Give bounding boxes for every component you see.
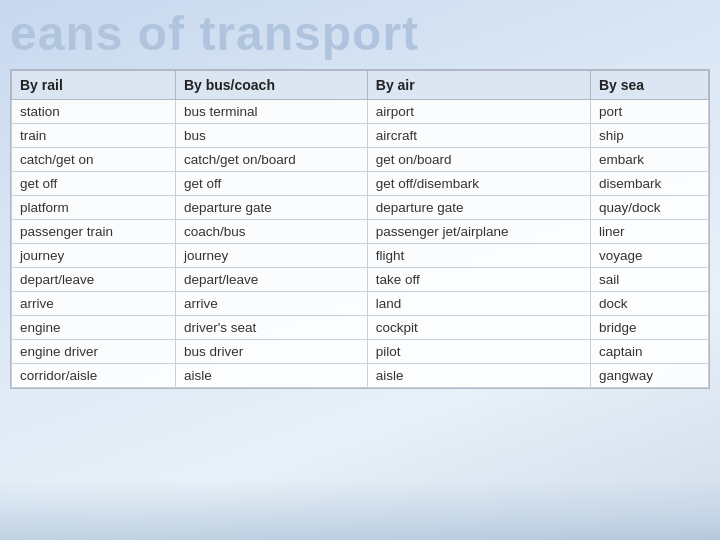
table-cell: bus driver bbox=[175, 339, 367, 363]
table-cell: captain bbox=[590, 339, 708, 363]
table-cell: aisle bbox=[367, 363, 590, 387]
table-cell: station bbox=[12, 99, 176, 123]
col-by-air: By air bbox=[367, 70, 590, 99]
table-cell: voyage bbox=[590, 243, 708, 267]
footer-wave bbox=[0, 480, 720, 540]
table-cell: cockpit bbox=[367, 315, 590, 339]
table-cell: catch/get on/board bbox=[175, 147, 367, 171]
table-row: stationbus terminalairportport bbox=[12, 99, 709, 123]
table-cell: get off bbox=[175, 171, 367, 195]
table-cell: embark bbox=[590, 147, 708, 171]
table-cell: bus terminal bbox=[175, 99, 367, 123]
table-cell: engine driver bbox=[12, 339, 176, 363]
table-cell: journey bbox=[175, 243, 367, 267]
table-cell: flight bbox=[367, 243, 590, 267]
table-cell: liner bbox=[590, 219, 708, 243]
col-by-sea: By sea bbox=[590, 70, 708, 99]
table-row: corridor/aisleaisleaislegangway bbox=[12, 363, 709, 387]
table-cell: departure gate bbox=[367, 195, 590, 219]
table-cell: get on/board bbox=[367, 147, 590, 171]
table-cell: land bbox=[367, 291, 590, 315]
col-by-bus: By bus/coach bbox=[175, 70, 367, 99]
transport-table: By rail By bus/coach By air By sea stati… bbox=[11, 70, 709, 388]
table-cell: engine bbox=[12, 315, 176, 339]
table-row: trainbusaircraftship bbox=[12, 123, 709, 147]
table-cell: aisle bbox=[175, 363, 367, 387]
table-row: engine driverbus driverpilotcaptain bbox=[12, 339, 709, 363]
table-header-row: By rail By bus/coach By air By sea bbox=[12, 70, 709, 99]
table-cell: coach/bus bbox=[175, 219, 367, 243]
table-cell: train bbox=[12, 123, 176, 147]
table-cell: journey bbox=[12, 243, 176, 267]
table-cell: disembark bbox=[590, 171, 708, 195]
table-cell: get off/disembark bbox=[367, 171, 590, 195]
table-cell: ship bbox=[590, 123, 708, 147]
table-cell: depart/leave bbox=[12, 267, 176, 291]
table-cell: catch/get on bbox=[12, 147, 176, 171]
table-container: By rail By bus/coach By air By sea stati… bbox=[10, 69, 710, 389]
table-cell: get off bbox=[12, 171, 176, 195]
table-cell: bridge bbox=[590, 315, 708, 339]
table-row: passenger traincoach/buspassenger jet/ai… bbox=[12, 219, 709, 243]
table-cell: depart/leave bbox=[175, 267, 367, 291]
page-title: eans of transport bbox=[0, 0, 720, 65]
table-cell: passenger jet/airplane bbox=[367, 219, 590, 243]
col-by-rail: By rail bbox=[12, 70, 176, 99]
table-cell: take off bbox=[367, 267, 590, 291]
table-cell: gangway bbox=[590, 363, 708, 387]
table-row: enginedriver's seatcockpitbridge bbox=[12, 315, 709, 339]
table-row: depart/leavedepart/leavetake offsail bbox=[12, 267, 709, 291]
table-cell: driver's seat bbox=[175, 315, 367, 339]
table-cell: corridor/aisle bbox=[12, 363, 176, 387]
table-row: platformdeparture gatedeparture gatequay… bbox=[12, 195, 709, 219]
table-row: arrivearrivelanddock bbox=[12, 291, 709, 315]
table-row: get offget offget off/disembarkdisembark bbox=[12, 171, 709, 195]
table-cell: aircraft bbox=[367, 123, 590, 147]
table-cell: quay/dock bbox=[590, 195, 708, 219]
table-cell: sail bbox=[590, 267, 708, 291]
table-cell: platform bbox=[12, 195, 176, 219]
table-cell: pilot bbox=[367, 339, 590, 363]
table-cell: dock bbox=[590, 291, 708, 315]
table-cell: bus bbox=[175, 123, 367, 147]
table-cell: arrive bbox=[175, 291, 367, 315]
table-row: journeyjourneyflightvoyage bbox=[12, 243, 709, 267]
table-cell: airport bbox=[367, 99, 590, 123]
table-cell: port bbox=[590, 99, 708, 123]
table-cell: passenger train bbox=[12, 219, 176, 243]
table-cell: arrive bbox=[12, 291, 176, 315]
table-cell: departure gate bbox=[175, 195, 367, 219]
table-row: catch/get oncatch/get on/boardget on/boa… bbox=[12, 147, 709, 171]
